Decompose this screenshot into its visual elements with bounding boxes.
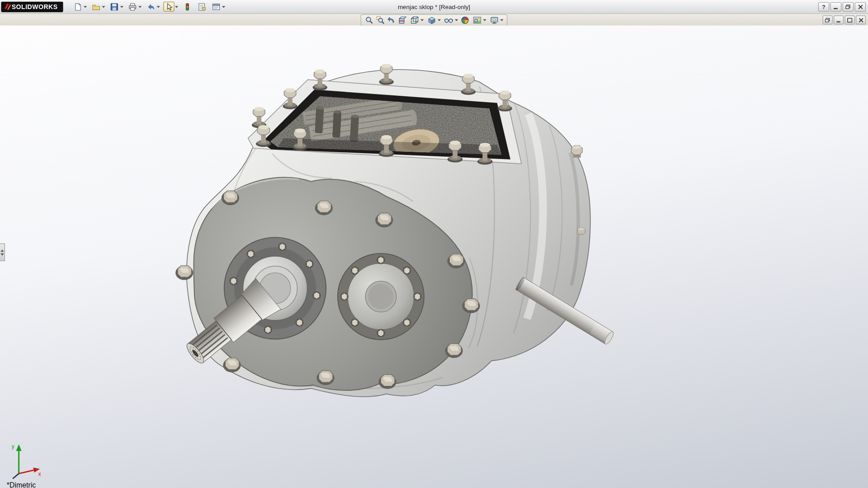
cover-screw[interactable] [377,256,385,264]
file-properties-button[interactable] [196,2,207,12]
options-dropdown-icon[interactable] [222,6,225,8]
boss-screw[interactable] [278,243,286,251]
doc-close-icon [859,18,863,23]
minimize-icon [833,4,839,9]
cover-bolt[interactable] [445,343,462,358]
save-icon [108,2,119,12]
view-orientation-button[interactable] [409,15,424,25]
splitter-up-arrow-icon [0,249,4,252]
new-document-button[interactable] [72,2,87,12]
previous-view-button[interactable] [386,15,396,25]
display-style-button[interactable] [426,15,441,25]
cover-bolt[interactable] [316,371,334,385]
display-style-cube-icon [426,15,437,25]
rebuild-button[interactable] [182,2,193,12]
options-button[interactable] [211,2,226,12]
doc-close-button[interactable] [856,15,866,24]
undo-icon [145,2,156,12]
panel-splitter-handle[interactable] [0,244,5,261]
undo-dropdown-icon[interactable] [157,6,160,8]
app-name: SOLIDWORKS [12,3,58,10]
undo-button[interactable] [145,2,160,12]
cover-bolt[interactable] [223,358,241,372]
solidworks-logo-mark [4,3,12,10]
boss-screw[interactable] [295,319,303,327]
restore-button[interactable] [843,2,854,11]
boss-screw[interactable] [247,250,255,258]
open-dropdown-icon[interactable] [102,6,105,8]
doc-minimize-button[interactable] [834,15,844,24]
apply-scene-dropdown-icon[interactable] [483,19,486,21]
cover-bolt[interactable] [375,213,393,227]
titlebar: SOLIDWORKS [0,0,868,14]
cover-bolt[interactable] [462,299,480,313]
gearbox-model[interactable] [0,25,868,488]
cover-screw[interactable] [351,267,359,275]
graphics-viewport[interactable]: y x *Dimetric [0,25,868,488]
cover-bolt[interactable] [222,191,239,205]
save-dropdown-icon[interactable] [120,6,123,8]
open-button[interactable] [90,2,105,12]
view-settings-dropdown-icon[interactable] [500,19,503,21]
file-properties-icon [196,2,207,12]
close-icon [858,4,863,9]
document-window-controls [823,15,866,24]
apply-scene-icon [472,15,482,25]
drain-plug[interactable] [577,228,585,235]
print-dropdown-icon[interactable] [138,6,142,8]
cover-bolt[interactable] [315,201,333,215]
boss-screw[interactable] [264,326,272,334]
cover-screw[interactable] [403,319,411,327]
solidworks-window: SOLIDWORKS [0,0,868,488]
doc-restore-button[interactable] [823,15,833,24]
help-button[interactable]: ? [818,2,829,11]
cover-screw[interactable] [351,319,359,327]
doc-restore-icon [825,18,830,23]
cover-screw[interactable] [377,329,385,337]
view-settings-button[interactable] [489,15,504,25]
select-button[interactable] [164,2,179,12]
cover-screw[interactable] [413,292,421,300]
edit-appearance-icon [461,16,469,24]
section-view-button[interactable] [396,15,407,25]
edit-appearance-button[interactable] [459,15,470,25]
cover-bolt[interactable] [379,375,396,389]
new-document-icon [72,2,83,12]
boss-screw[interactable] [312,291,321,300]
boss-screw[interactable] [230,277,238,285]
hide-show-items-button[interactable] [443,15,458,25]
cover-screw[interactable] [403,267,411,275]
boss-screw[interactable] [305,260,313,268]
menu-row [0,14,868,27]
close-button[interactable] [855,2,866,11]
hide-show-items-dropdown-icon[interactable] [455,19,458,21]
rebuild-traffic-light-icon [182,2,193,12]
filler-plug[interactable] [571,145,582,158]
display-style-dropdown-icon[interactable] [438,19,441,21]
triad-x-label: x [38,471,41,477]
flange-stud[interactable] [252,107,266,128]
new-document-dropdown-icon[interactable] [84,6,87,8]
output-bearing-cover[interactable] [338,253,424,340]
doc-minimize-icon [836,18,841,23]
minimize-button[interactable] [830,2,841,11]
doc-maximize-icon [847,18,852,23]
select-dropdown-icon[interactable] [175,6,178,8]
cover-bolt[interactable] [447,254,465,268]
save-button[interactable] [108,2,123,12]
print-button[interactable] [127,2,142,12]
cover-bolt[interactable] [175,266,193,280]
eyeglasses-icon [443,15,454,25]
zoom-to-area-button[interactable] [374,15,385,25]
print-icon [127,2,138,12]
view-orientation-dropdown-icon[interactable] [420,19,424,21]
cover-screw[interactable] [340,292,348,300]
zoom-to-fit-button[interactable] [363,15,374,25]
previous-view-icon [387,16,395,24]
top-flange-opening[interactable] [248,64,522,165]
apply-scene-button[interactable] [472,15,486,25]
orientation-triad[interactable]: y x [8,441,43,480]
doc-maximize-button[interactable] [845,15,855,24]
splitter-down-arrow-icon [0,253,4,255]
heads-up-view-toolbar [361,14,507,26]
